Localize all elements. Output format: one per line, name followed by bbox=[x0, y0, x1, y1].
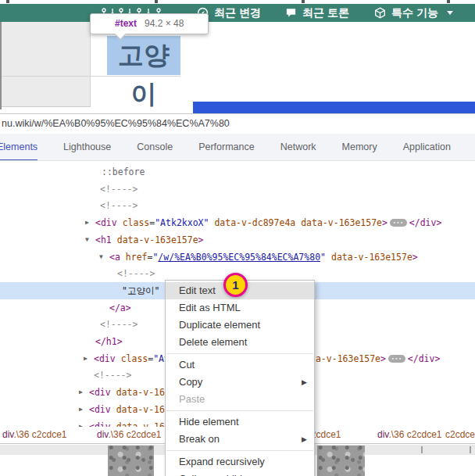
navbar-item-3[interactable]: 특수 기능 bbox=[374, 4, 453, 22]
code-attr: data-v-163e157e bbox=[301, 217, 382, 228]
cutoff-text-fragment bbox=[470, 446, 471, 453]
code-attr: class bbox=[123, 217, 150, 228]
submenu-arrow-icon: ▶ bbox=[302, 431, 307, 448]
tree-row-code: <div class="Atk2kxoX" data-v-dc897e4a da… bbox=[95, 214, 441, 231]
code-link[interactable]: /w/%EA%B0%95%EC%95%84%EC%A7%80 bbox=[158, 252, 320, 263]
collapse-arrow-icon[interactable]: ▼ bbox=[85, 231, 89, 249]
code-val: " bbox=[320, 252, 326, 263]
cube-icon bbox=[374, 7, 386, 19]
code-pseudo: ::before bbox=[102, 166, 145, 177]
page-table-column bbox=[0, 22, 91, 106]
tab-performance[interactable]: Performance bbox=[198, 134, 255, 161]
breadcrumb-item[interactable]: c2cdce1 bbox=[445, 427, 475, 443]
expand-arrow-icon[interactable]: ▶ bbox=[85, 214, 89, 231]
cat-photo-fragment bbox=[317, 446, 365, 476]
window-edge bbox=[0, 22, 2, 109]
hidden-children-ellipsis[interactable]: ••• bbox=[388, 355, 405, 363]
navbar-item-2[interactable]: 최근 토론 bbox=[285, 4, 349, 22]
code-tag: <div bbox=[89, 404, 116, 415]
collapse-arrow-icon[interactable]: ▼ bbox=[99, 249, 103, 266]
devtools-tab-bar: ElementsLighthouseConsolePerformanceNetw… bbox=[0, 134, 475, 161]
tab-memory[interactable]: Memory bbox=[342, 134, 377, 161]
tree-row-code: <!----> bbox=[100, 181, 138, 198]
chevron-down-icon bbox=[447, 11, 453, 15]
tree-row[interactable]: ::before bbox=[0, 163, 475, 181]
code-attr: data-v-163e157e bbox=[331, 252, 412, 263]
tooltip-node-name: #text bbox=[115, 18, 137, 29]
breadcrumb-item[interactable]: div.\36 c2cdce1 bbox=[377, 427, 442, 443]
tree-row-code: </h1> bbox=[95, 333, 123, 350]
status-url-bar: nu.wiki/w/%EA%B0%95%EC%95%84%EC%A7%80 bbox=[0, 113, 475, 134]
tree-row-code: <a href="/w/%EA%B0%95%EC%95%84%EC%A7%80"… bbox=[109, 249, 418, 266]
code-com: <!----> bbox=[100, 200, 138, 211]
breadcrumb-class: .\36 c2cdce1 bbox=[13, 429, 66, 440]
menu-item-delete-element[interactable]: Delete element bbox=[166, 334, 314, 351]
tree-row[interactable]: ▼<a href="/w/%EA%B0%95%EC%95%84%EC%A7%80… bbox=[0, 249, 475, 266]
code-attr: data-v-163e157e bbox=[117, 234, 198, 245]
cutoff-text-fragment bbox=[447, 0, 450, 3]
tab-network[interactable]: Network bbox=[280, 134, 316, 161]
code-tag: <div bbox=[89, 387, 116, 398]
code-val: "Atk2kxoX" bbox=[155, 217, 209, 228]
code-com: <!----> bbox=[94, 370, 131, 381]
code-tag: > bbox=[380, 353, 386, 364]
code-tag: > bbox=[382, 217, 388, 228]
hidden-children-ellipsis[interactable]: ••• bbox=[390, 219, 407, 227]
navbar-item-label: 특수 기능 bbox=[391, 6, 438, 20]
navbar-item-label: 최근 토론 bbox=[302, 6, 349, 20]
tree-row[interactable]: <!----> bbox=[0, 197, 475, 214]
inspected-heading[interactable]: 고양이 bbox=[107, 36, 180, 75]
code-tag: </a> bbox=[109, 302, 131, 313]
page-content: 고양이 #text94.2 × 48 bbox=[0, 22, 475, 113]
code-tag: > bbox=[198, 234, 204, 245]
code-com: <!----> bbox=[117, 268, 155, 279]
code-plain bbox=[326, 252, 331, 263]
context-menu: Edit textEdit as HTMLDuplicate elementDe… bbox=[165, 280, 315, 476]
code-tag: </h1> bbox=[95, 336, 123, 347]
breadcrumb-class: .\36 c2cdce1 bbox=[108, 429, 161, 440]
site-navbar: 최근 변경최근 토론특수 기능 bbox=[0, 4, 475, 22]
menu-item-paste: Paste bbox=[166, 391, 314, 408]
code-tag: </div> bbox=[409, 217, 442, 228]
tab-lighthouse[interactable]: Lighthouse bbox=[63, 134, 111, 161]
menu-item-break-on[interactable]: Break on▶ bbox=[166, 431, 314, 448]
tab-application[interactable]: Application bbox=[403, 134, 451, 161]
menu-item-cut[interactable]: Cut bbox=[166, 356, 314, 374]
tree-row[interactable]: ▼<h1 data-v-163e157e> bbox=[0, 231, 475, 249]
heading-text: 고양이 bbox=[118, 40, 170, 109]
tree-row-code: <h1 data-v-163e157e> bbox=[95, 231, 204, 249]
menu-item-hide-element[interactable]: Hide element bbox=[166, 413, 314, 431]
annotation-badge-1: 1 bbox=[223, 273, 248, 297]
breadcrumb-item[interactable]: div.\36 c2cdce1 bbox=[2, 427, 67, 443]
inspect-tooltip: #text94.2 × 48 bbox=[90, 13, 209, 34]
menu-item-duplicate-element[interactable]: Duplicate element bbox=[166, 317, 314, 334]
breadcrumb-tag: div bbox=[377, 429, 388, 440]
menu-separator bbox=[166, 410, 313, 411]
status-url-text: nu.wiki/w/%EA%B0%95%EC%95%84%EC%A7%80 bbox=[2, 118, 230, 129]
tab-console[interactable]: Console bbox=[137, 134, 173, 161]
menu-item-copy[interactable]: Copy▶ bbox=[166, 374, 314, 391]
tree-row[interactable]: ▶<div class="Atk2kxoX" data-v-dc897e4a d… bbox=[0, 214, 475, 231]
menu-item-expand-recursively[interactable]: Expand recursively bbox=[166, 453, 314, 471]
tree-row-code: "고양이" bbox=[122, 282, 159, 299]
breadcrumb-item[interactable]: div.\36 c2cdce1 bbox=[97, 427, 162, 443]
expand-arrow-icon[interactable]: ▶ bbox=[84, 350, 88, 367]
tooltip-node-size: 94.2 × 48 bbox=[145, 18, 184, 29]
expand-arrow-icon[interactable]: ▶ bbox=[79, 401, 83, 418]
code-tag: <h1 bbox=[95, 234, 117, 245]
code-tag: > bbox=[412, 252, 418, 263]
menu-item-collapse-children[interactable]: Collapse children bbox=[166, 471, 314, 476]
menu-item-edit-as-html[interactable]: Edit as HTML bbox=[166, 299, 314, 317]
code-attr: class bbox=[121, 353, 148, 364]
table-border bbox=[0, 106, 91, 107]
expand-arrow-icon[interactable]: ▶ bbox=[79, 384, 83, 401]
code-tag: <div bbox=[94, 353, 121, 364]
cutoff-text-fragment bbox=[155, 0, 158, 3]
tab-elements[interactable]: Elements bbox=[0, 134, 38, 161]
code-tag: <div bbox=[95, 217, 123, 228]
breadcrumb-class: c2cdce1 bbox=[445, 429, 475, 440]
tree-row-code: </a> bbox=[109, 299, 131, 317]
breadcrumb-tag: div bbox=[97, 429, 108, 440]
code-text: "고양이" bbox=[122, 285, 159, 296]
tree-row[interactable]: <!----> bbox=[0, 181, 475, 198]
